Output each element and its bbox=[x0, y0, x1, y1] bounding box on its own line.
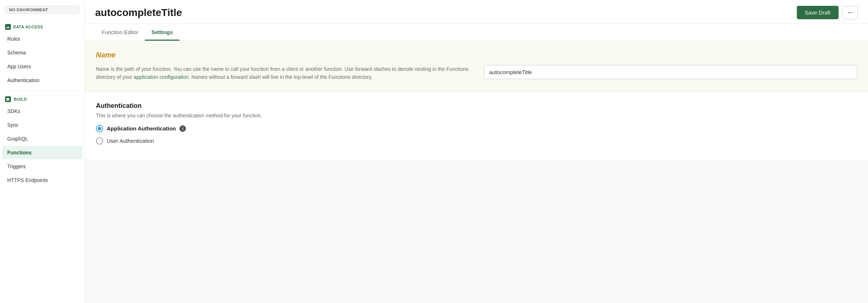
sidebar-item-schema[interactable]: Schema bbox=[2, 46, 82, 59]
app-auth-info-icon[interactable]: i bbox=[179, 125, 186, 132]
name-input-area bbox=[484, 65, 857, 79]
data-access-icon: ☁ bbox=[5, 24, 11, 30]
user-auth-option[interactable]: User Authentication bbox=[96, 137, 857, 145]
tab-function-editor[interactable]: Function Editor bbox=[95, 24, 145, 41]
build-icon: ▦ bbox=[5, 96, 11, 102]
tab-settings[interactable]: Settings bbox=[145, 24, 179, 41]
app-config-link[interactable]: application configuration bbox=[134, 74, 188, 80]
sidebar-item-sync[interactable]: Sync bbox=[2, 118, 82, 132]
name-description: Name is the path of your function. You c… bbox=[96, 65, 469, 81]
name-section-row: Name is the path of your function. You c… bbox=[96, 65, 857, 81]
sidebar: NO ENVIRONMENT ☁ DATA ACCESS Rules Schem… bbox=[0, 0, 85, 303]
environment-badge[interactable]: NO ENVIRONMENT bbox=[4, 6, 80, 14]
sidebar-item-app-users[interactable]: App Users bbox=[2, 60, 82, 73]
data-access-section-header: ☁ DATA ACCESS bbox=[0, 21, 85, 32]
user-auth-label: User Authentication bbox=[107, 138, 154, 144]
page-header: autocompleteTitle Save Draft ··· bbox=[85, 0, 868, 24]
sidebar-item-authentication[interactable]: Authentication bbox=[2, 74, 82, 87]
more-options-button[interactable]: ··· bbox=[842, 6, 858, 19]
app-auth-radio[interactable] bbox=[96, 125, 103, 132]
sidebar-divider bbox=[5, 90, 80, 90]
user-auth-radio[interactable] bbox=[96, 137, 103, 145]
settings-content: Name Name is the path of your function. … bbox=[85, 41, 868, 303]
name-section-label: Name bbox=[96, 51, 857, 59]
main-content: autocompleteTitle Save Draft ··· Functio… bbox=[85, 0, 868, 303]
build-section-header: ▦ BUILD bbox=[0, 93, 85, 104]
sidebar-item-functions[interactable]: Functions bbox=[2, 146, 82, 159]
name-section: Name Name is the path of your function. … bbox=[85, 41, 868, 92]
authentication-section: Authentication This is where you can cho… bbox=[85, 92, 868, 160]
header-actions: Save Draft ··· bbox=[797, 6, 858, 19]
auth-section-title: Authentication bbox=[96, 102, 857, 110]
sidebar-item-rules[interactable]: Rules bbox=[2, 32, 82, 45]
app-auth-option[interactable]: Application Authentication i bbox=[96, 125, 857, 132]
function-name-input[interactable] bbox=[484, 65, 857, 79]
tab-bar: Function Editor Settings bbox=[85, 24, 868, 41]
auth-section-desc: This is where you can choose the authent… bbox=[96, 113, 857, 118]
sidebar-item-graphql[interactable]: GraphQL bbox=[2, 132, 82, 145]
sidebar-item-https-endpoints[interactable]: HTTPS Endpoints bbox=[2, 174, 82, 187]
sidebar-item-triggers[interactable]: Triggers bbox=[2, 160, 82, 173]
sidebar-item-sdks[interactable]: SDKs bbox=[2, 105, 82, 118]
save-draft-button[interactable]: Save Draft bbox=[797, 6, 839, 19]
page-title: autocompleteTitle bbox=[95, 7, 182, 19]
app-auth-label: Application Authentication bbox=[107, 125, 176, 132]
